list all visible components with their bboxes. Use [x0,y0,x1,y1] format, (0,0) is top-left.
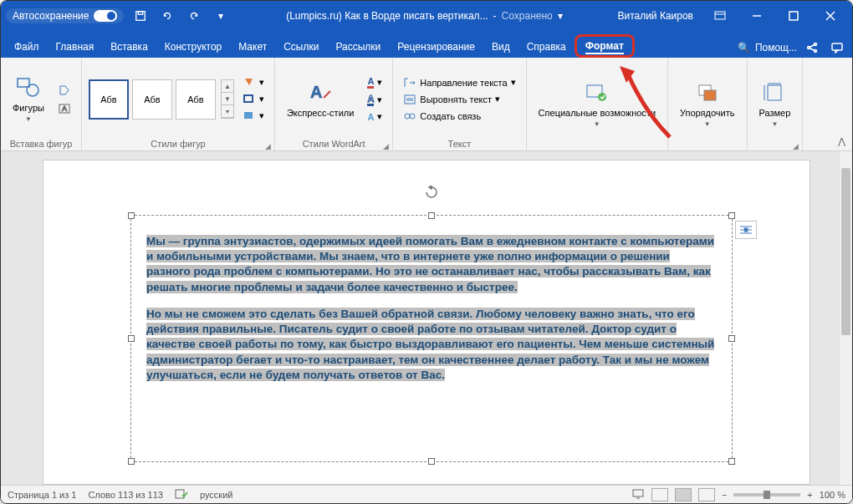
zoom-level[interactable]: 100 % [820,490,845,500]
paragraph-2: Но мы не сможем это сделать без Вашей об… [146,308,714,381]
resize-handle[interactable] [428,458,435,465]
paragraph-1: Мы — группа энтузиастов, одержимых идеей… [146,235,714,293]
text-content[interactable]: Мы — группа энтузиастов, одержимых идеей… [131,216,732,403]
gallery-scroll[interactable]: ▲▼▾ [221,79,234,119]
zoom-out-icon[interactable]: − [722,490,727,500]
search-icon[interactable]: 🔍 [738,42,750,53]
vertical-scrollbar[interactable] [839,151,852,485]
edit-shape-icon[interactable] [54,82,74,99]
titlebar: Автосохранение ▾ (Lumpics.ru) Как в Ворд… [1,1,852,31]
resize-handle[interactable] [128,212,135,219]
text-fill-icon[interactable]: A▾ [364,74,386,90]
align-text-button[interactable]: Выровнять текст ▾ [400,92,518,107]
minimize-button[interactable] [740,3,774,28]
style-item[interactable]: Абв [89,79,129,120]
tab-mailings[interactable]: Рассылки [327,36,389,58]
svg-rect-27 [704,90,716,100]
dialog-launcher-icon[interactable]: ◢ [383,142,389,150]
tab-insert[interactable]: Вставка [102,36,156,58]
display-settings-icon[interactable] [631,488,645,501]
resize-handle[interactable] [128,335,135,342]
text-direction-button[interactable]: Направление текста ▾ [400,75,518,90]
resize-handle[interactable] [728,335,735,342]
svg-rect-11 [832,43,842,50]
collapse-ribbon-icon[interactable]: ⋀ [831,133,852,150]
page-count[interactable]: Страница 1 из 1 [8,490,76,500]
dialog-launcher-icon[interactable]: ◢ [793,142,799,150]
size-button[interactable]: Размер ▼ [754,76,796,132]
svg-point-13 [27,84,38,96]
arrange-button[interactable]: Упорядочить ▼ [675,76,739,132]
group-label: Вставка фигур [8,137,74,149]
shape-fill-icon[interactable]: ▾ [239,75,268,90]
svg-rect-0 [136,12,146,21]
svg-rect-16 [244,95,253,102]
zoom-in-icon[interactable]: + [807,490,812,500]
wordart-styles-button[interactable]: A Экспресс-стили [282,76,359,122]
tab-file[interactable]: Файл [6,36,48,58]
draw-textbox-icon[interactable]: A [54,100,74,117]
svg-rect-28 [768,85,781,100]
save-state: Сохранено [502,10,553,22]
group-arrange: Упорядочить ▼ [668,58,747,150]
text-effects-icon[interactable]: A▾ [364,109,386,124]
resize-handle[interactable] [728,212,735,219]
svg-rect-32 [176,490,184,498]
redo-icon[interactable] [184,6,204,26]
tab-view[interactable]: Вид [483,36,518,58]
word-count[interactable]: Слово 113 из 113 [88,490,163,500]
svg-rect-33 [633,490,643,496]
close-button[interactable] [814,3,847,28]
tab-format[interactable]: Формат [575,34,635,58]
resize-handle[interactable] [428,212,435,219]
language[interactable]: русский [200,490,232,500]
maximize-button[interactable] [777,3,810,28]
zoom-slider[interactable] [733,493,800,496]
share-icon[interactable] [802,38,822,58]
style-item[interactable]: Абв [176,79,216,120]
print-layout-view-icon[interactable] [675,488,692,501]
svg-point-25 [598,93,606,101]
shape-outline-icon[interactable]: ▾ [239,92,268,107]
undo-icon[interactable] [157,6,177,26]
toggle-switch-icon [94,10,117,22]
text-outline-icon[interactable]: A▾ [364,92,386,108]
style-gallery[interactable]: Абв Абв Абв [89,79,216,120]
accessibility-icon [584,79,610,106]
tab-references[interactable]: Ссылки [275,36,327,58]
help-search[interactable]: Помощ... [755,42,797,53]
ribbon-tabs: Файл Главная Вставка Конструктор Макет С… [1,31,852,58]
rotate-handle-icon[interactable] [425,186,438,199]
focus-view-icon[interactable] [651,488,668,501]
autosave-toggle[interactable]: Автосохранение [6,8,124,23]
svg-rect-12 [18,79,29,87]
resize-handle[interactable] [728,458,735,465]
tab-review[interactable]: Рецензирование [389,36,483,58]
user-name[interactable]: Виталий Каиров [617,10,693,22]
tab-home[interactable]: Главная [48,36,103,58]
tab-designer[interactable]: Конструктор [156,36,230,58]
autosave-label: Автосохранение [13,10,89,22]
layout-options-icon[interactable] [735,221,757,239]
create-link-button[interactable]: Создать связь [400,109,518,124]
resize-handle[interactable] [128,458,135,465]
web-layout-view-icon[interactable] [698,488,715,501]
tab-help[interactable]: Справка [518,36,575,58]
qat-dropdown-icon[interactable]: ▾ [211,6,231,26]
spellcheck-icon[interactable] [175,488,188,501]
document-title: (Lumpics.ru) Как в Ворде писать вертикал… [286,10,488,22]
size-icon [761,79,788,106]
shapes-button[interactable]: Фигуры ▼ [8,71,49,127]
accessibility-button[interactable]: Специальные возможности ▼ [534,76,661,132]
tab-layout[interactable]: Макет [230,36,275,58]
style-item[interactable]: Абв [132,79,172,120]
ribbon-display-icon[interactable] [703,3,737,28]
svg-rect-31 [744,228,748,232]
dialog-launcher-icon[interactable]: ◢ [265,142,271,150]
chevron-down-icon: ▼ [25,115,32,124]
save-icon[interactable] [130,6,151,26]
comments-icon[interactable] [827,38,847,58]
text-box[interactable]: Мы — группа энтузиастов, одержимых идеей… [130,215,733,462]
svg-text:A: A [62,104,67,113]
shape-effects-icon[interactable]: ▾ [239,109,268,124]
